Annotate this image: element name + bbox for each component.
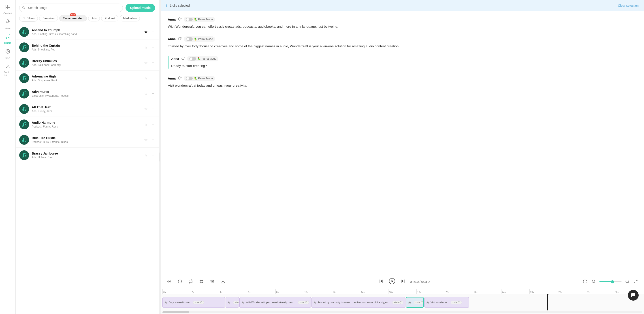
song-tags: Ads, Sneaking, Pop xyxy=(32,48,140,51)
song-item[interactable]: Breezy Chuckles Ads, Laid back, Comedy ☆… xyxy=(16,55,159,71)
sidebar-item-audio-clip[interactable]: Audio clip xyxy=(1,62,14,78)
add-button[interactable]: + xyxy=(151,106,155,112)
sidebar: Content Voice Music xyxy=(0,0,16,314)
add-button[interactable]: + xyxy=(151,152,155,158)
add-button[interactable]: + xyxy=(151,44,155,51)
track-clip[interactable]: ≋ Trusted by over forty thousand creativ… xyxy=(312,297,406,308)
song-item[interactable]: All That Jazz Ads, Funny, Jazz ☆ + xyxy=(16,101,159,117)
favorite-button[interactable]: ☆ xyxy=(143,44,148,51)
resize-handle[interactable] xyxy=(159,0,161,314)
scrollbar-thumb[interactable] xyxy=(162,311,189,313)
add-button[interactable]: + xyxy=(151,29,155,35)
toolbar-right xyxy=(582,278,639,286)
sidebar-item-music[interactable]: Music xyxy=(1,32,14,46)
toggle-switch[interactable] xyxy=(186,77,193,80)
song-item[interactable]: Adrenaline High Ads, Suspense, Punk ☆ + xyxy=(16,71,159,86)
parrot-toggle[interactable]: 🦜 Parrot Mode xyxy=(184,76,215,81)
toggle-switch[interactable] xyxy=(186,18,193,21)
filter-meditation-button[interactable]: Meditation xyxy=(120,15,140,21)
song-item[interactable]: Audio Harmony Podcast, Funny, Rock ☆ + xyxy=(16,117,159,132)
svg-line-12 xyxy=(24,8,25,9)
ruler-mark: 10s xyxy=(304,289,332,294)
refresh-icon[interactable] xyxy=(178,76,182,81)
favorite-button[interactable]: ☆ xyxy=(143,137,148,143)
toggle-switch[interactable] xyxy=(186,37,193,41)
svg-point-26 xyxy=(22,110,24,111)
ruler-mark: 14s xyxy=(360,289,388,294)
add-button[interactable]: + xyxy=(151,60,155,66)
search-input[interactable] xyxy=(19,3,123,12)
add-button[interactable]: + xyxy=(151,90,155,97)
svg-point-28 xyxy=(22,125,24,126)
song-info: Behind the Curtain Ads, Sneaking, Pop xyxy=(32,44,140,51)
play-button[interactable] xyxy=(388,277,396,287)
song-item[interactable]: Behind the Curtain Ads, Sneaking, Pop ☆ … xyxy=(16,40,159,55)
zoom-out-button[interactable] xyxy=(591,279,596,285)
clear-selection-button[interactable]: Clear selection xyxy=(618,4,639,7)
favorite-button[interactable]: ☆ xyxy=(143,106,148,112)
scrollbar-track xyxy=(162,311,642,313)
add-button[interactable]: + xyxy=(151,121,155,128)
svg-point-7 xyxy=(6,37,7,39)
segment-header: Anna 🦜 Parrot Mode xyxy=(171,56,637,61)
song-actions: ☆ + xyxy=(143,137,155,143)
upload-music-button[interactable]: Upload music xyxy=(126,4,155,12)
favorite-button[interactable]: ☆ xyxy=(143,90,148,97)
song-title: Adventures xyxy=(32,90,140,94)
favorite-button[interactable]: ☆ xyxy=(143,75,148,82)
filter-recommended-button[interactable]: New Recommended xyxy=(59,15,87,21)
loop-button[interactable] xyxy=(188,278,194,286)
sidebar-item-voice[interactable]: Voice xyxy=(1,17,14,31)
refresh-toolbar-button[interactable] xyxy=(582,278,588,286)
favorite-button[interactable]: ☆ xyxy=(143,121,148,128)
history-button[interactable] xyxy=(177,278,183,286)
download-button[interactable] xyxy=(220,278,226,286)
playhead[interactable] xyxy=(547,294,548,311)
favorite-button[interactable]: ☆ xyxy=(143,59,148,66)
zoom-in-button[interactable] xyxy=(624,279,630,285)
refresh-icon[interactable] xyxy=(178,17,182,22)
parrot-toggle[interactable]: 🦜 Parrot Mode xyxy=(184,17,215,22)
split-button[interactable] xyxy=(198,278,204,286)
favorite-button[interactable]: ☆ xyxy=(143,152,148,158)
toggle-switch[interactable] xyxy=(189,57,196,60)
zoom-slider[interactable] xyxy=(599,281,622,282)
song-title: Audio Harmony xyxy=(32,121,140,124)
parrot-toggle[interactable]: 🦜 Parrot Mode xyxy=(184,36,215,42)
track-clip[interactable]: ≋ stale xyxy=(406,297,424,308)
filter-podcast-button[interactable]: Podcast xyxy=(101,15,118,21)
track-clip[interactable]: ≋ Visit wondercra... stale xyxy=(424,297,469,308)
song-item[interactable]: Blue Fire Hustle Podcast, Busy & frantic… xyxy=(16,132,159,148)
chat-bubble[interactable] xyxy=(628,290,639,301)
delete-button[interactable] xyxy=(209,278,215,286)
svg-point-16 xyxy=(22,33,24,34)
waveform-button[interactable] xyxy=(166,278,172,286)
add-button[interactable]: + xyxy=(151,75,155,82)
song-item[interactable]: Ascend to Triumph Ads, Floating, Brass &… xyxy=(16,24,159,40)
sidebar-item-sfx[interactable]: SFX xyxy=(1,47,14,61)
track-clip[interactable]: ≋ Do you need to cre... stale xyxy=(162,297,225,308)
song-item[interactable]: Adventures Electronic, Mysterious, Podca… xyxy=(16,86,159,101)
svg-point-11 xyxy=(22,6,24,8)
filter-filters-button[interactable]: Filters xyxy=(19,15,38,22)
parrot-toggle[interactable]: 🦜 Parrot Mode xyxy=(187,56,218,61)
segment-text: Ready to start creating? xyxy=(171,63,637,69)
song-item[interactable]: Brassy Jamboree Ads, Upbeat, Jazz ☆ + xyxy=(16,148,159,163)
track-clip[interactable]: ≋ stale xyxy=(226,297,239,308)
refresh-icon[interactable] xyxy=(181,56,185,61)
sidebar-item-content[interactable]: Content xyxy=(1,3,14,16)
refresh-icon[interactable] xyxy=(178,37,182,41)
wondercraft-link[interactable]: wondercraft.ai xyxy=(175,84,196,87)
expand-button[interactable] xyxy=(633,279,639,285)
filter-ads-button[interactable]: Ads xyxy=(88,15,100,21)
selection-info: ℹ 1 clip selected xyxy=(166,3,190,8)
ruler-mark: 16s xyxy=(388,289,416,294)
add-button[interactable]: + xyxy=(151,137,155,143)
track-clip[interactable]: ≋ With Wondercraft, you can effortlessly… xyxy=(240,297,311,308)
fast-forward-button[interactable] xyxy=(400,278,406,286)
svg-line-50 xyxy=(634,282,635,283)
favorite-button[interactable]: ★ xyxy=(143,29,148,35)
rewind-button[interactable] xyxy=(378,278,384,286)
filter-favorites-button[interactable]: Favorites xyxy=(39,15,58,21)
segment: Anna 🦜 Parrot Mode With Wondercraft, you… xyxy=(168,17,637,29)
